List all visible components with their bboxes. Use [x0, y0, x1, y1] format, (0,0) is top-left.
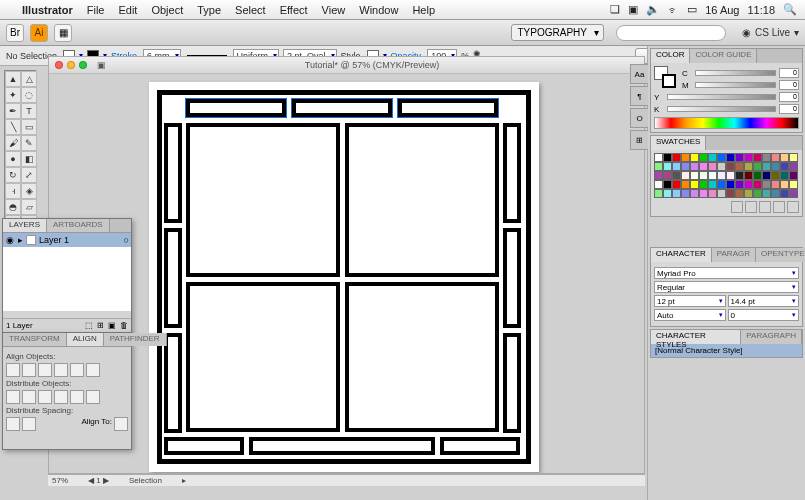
- menubar-time[interactable]: 11:18: [747, 4, 775, 16]
- swatch-cell[interactable]: [789, 162, 798, 171]
- panel-top-2[interactable]: [292, 99, 392, 117]
- swatch-cell[interactable]: [726, 180, 735, 189]
- bridge-icon[interactable]: Br: [6, 24, 24, 42]
- panel-mid-1[interactable]: [186, 123, 340, 277]
- swatch-cell[interactable]: [708, 153, 717, 162]
- free-transform-tool[interactable]: ◈: [21, 183, 37, 199]
- dock-char-icon[interactable]: Aa: [630, 64, 648, 84]
- ai-icon[interactable]: Ai: [30, 24, 48, 42]
- dist-hspace-button[interactable]: [22, 417, 36, 431]
- swatch-cell[interactable]: [762, 189, 771, 198]
- swatch-cell[interactable]: [789, 153, 798, 162]
- swatch-cell[interactable]: [717, 180, 726, 189]
- c-slider[interactable]: [695, 70, 776, 76]
- k-slider[interactable]: [667, 106, 776, 112]
- swatch-cell[interactable]: [762, 180, 771, 189]
- swatch-cell[interactable]: [699, 171, 708, 180]
- line-tool[interactable]: ╲: [5, 119, 21, 135]
- delete-layer-icon[interactable]: 🗑: [120, 321, 128, 330]
- menu-type[interactable]: Type: [197, 4, 221, 16]
- swatch-cell[interactable]: [744, 153, 753, 162]
- panel-mid-4[interactable]: [345, 282, 499, 432]
- char-styles-tab[interactable]: CHARACTER STYLES: [651, 330, 741, 344]
- color-spectrum[interactable]: [654, 117, 799, 129]
- swatches-grid[interactable]: [654, 153, 799, 198]
- status-arrow[interactable]: ▸: [182, 476, 186, 485]
- character-tab[interactable]: CHARACTER: [651, 248, 712, 262]
- direct-selection-tool[interactable]: △: [21, 71, 37, 87]
- leading-input[interactable]: 14.4 pt: [728, 295, 800, 307]
- swatch-cell[interactable]: [753, 189, 762, 198]
- swatch-cell[interactable]: [771, 153, 780, 162]
- swatch-cell[interactable]: [663, 153, 672, 162]
- panel-bot-1[interactable]: [164, 437, 244, 455]
- layer-name[interactable]: Layer 1: [39, 235, 69, 245]
- font-style-input[interactable]: Regular: [654, 281, 799, 293]
- swatch-cell[interactable]: [735, 189, 744, 198]
- panel-left-2[interactable]: [164, 228, 182, 328]
- pathfinder-tab[interactable]: PATHFINDER: [104, 333, 167, 346]
- menu-effect[interactable]: Effect: [280, 4, 308, 16]
- pen-tool[interactable]: ✒: [5, 103, 21, 119]
- swatch-cell[interactable]: [735, 162, 744, 171]
- swatch-cell[interactable]: [789, 171, 798, 180]
- swatch-options-icon[interactable]: [745, 201, 757, 213]
- swatch-cell[interactable]: [762, 171, 771, 180]
- panel-left-3[interactable]: [164, 333, 182, 433]
- swatch-cell[interactable]: [753, 153, 762, 162]
- swatch-cell[interactable]: [726, 189, 735, 198]
- minimize-window-button[interactable]: [67, 61, 75, 69]
- swatch-cell[interactable]: [672, 180, 681, 189]
- new-swatch-icon[interactable]: [773, 201, 785, 213]
- swatch-cell[interactable]: [681, 162, 690, 171]
- tracking-input[interactable]: 0: [728, 309, 800, 321]
- layers-tab[interactable]: LAYERS: [3, 219, 47, 232]
- align-vcenter-button[interactable]: [70, 363, 84, 377]
- type-tool[interactable]: T: [21, 103, 37, 119]
- dist-top-button[interactable]: [6, 390, 20, 404]
- align-hcenter-button[interactable]: [22, 363, 36, 377]
- swatch-cell[interactable]: [771, 171, 780, 180]
- dist-left-button[interactable]: [54, 390, 68, 404]
- swatch-lib-icon[interactable]: [731, 201, 743, 213]
- zoom-level[interactable]: 57%: [52, 476, 68, 485]
- search-input[interactable]: [616, 25, 726, 41]
- swatch-cell[interactable]: [717, 189, 726, 198]
- menu-file[interactable]: File: [87, 4, 105, 16]
- menu-select[interactable]: Select: [235, 4, 266, 16]
- swatch-cell[interactable]: [681, 171, 690, 180]
- swatch-cell[interactable]: [780, 180, 789, 189]
- align-to-button[interactable]: [114, 417, 128, 431]
- swatch-cell[interactable]: [726, 171, 735, 180]
- swatch-cell[interactable]: [681, 153, 690, 162]
- panel-right-2[interactable]: [503, 228, 521, 328]
- panel-bot-3[interactable]: [440, 437, 520, 455]
- char-style-item[interactable]: [Normal Character Style]: [651, 344, 802, 357]
- swatch-cell[interactable]: [744, 162, 753, 171]
- swatch-cell[interactable]: [780, 189, 789, 198]
- align-top-button[interactable]: [54, 363, 68, 377]
- swatch-cell[interactable]: [780, 153, 789, 162]
- pencil-tool[interactable]: ✎: [21, 135, 37, 151]
- rectangle-tool[interactable]: ▭: [21, 119, 37, 135]
- dist-bottom-button[interactable]: [38, 390, 52, 404]
- transform-tab[interactable]: TRANSFORM: [3, 333, 67, 346]
- swatch-cell[interactable]: [717, 171, 726, 180]
- spotlight-icon[interactable]: 🔍: [783, 3, 797, 16]
- paintbrush-tool[interactable]: 🖌: [5, 135, 21, 151]
- swatch-cell[interactable]: [663, 180, 672, 189]
- swatch-cell[interactable]: [699, 180, 708, 189]
- swatch-cell[interactable]: [672, 189, 681, 198]
- blob-brush-tool[interactable]: ●: [5, 151, 21, 167]
- adobe-icon[interactable]: ▣: [628, 3, 638, 16]
- swatch-cell[interactable]: [762, 153, 771, 162]
- canvas[interactable]: [48, 74, 645, 474]
- layer-row[interactable]: ◉ ▸ Layer 1 ○: [3, 233, 131, 247]
- dist-vcenter-button[interactable]: [22, 390, 36, 404]
- magic-wand-tool[interactable]: ✦: [5, 87, 21, 103]
- swatch-cell[interactable]: [708, 171, 717, 180]
- swatch-cell[interactable]: [699, 189, 708, 198]
- width-tool[interactable]: ⫞: [5, 183, 21, 199]
- new-group-icon[interactable]: [759, 201, 771, 213]
- align-bottom-button[interactable]: [86, 363, 100, 377]
